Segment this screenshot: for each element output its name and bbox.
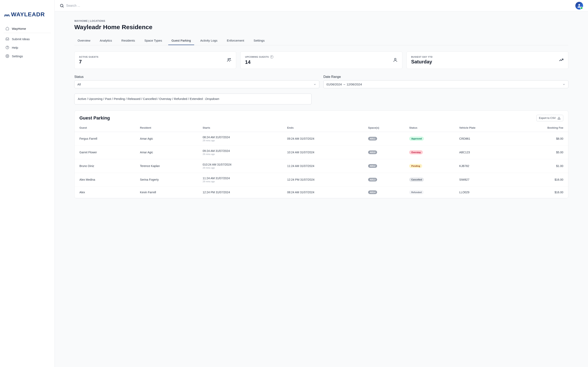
- table-row[interactable]: Alex MedinaSerina Fogerty11:24 AM 31/07/…: [75, 173, 568, 186]
- user-icon: [577, 3, 582, 8]
- svg-point-1: [7, 48, 8, 48]
- cell-status: Overstay: [406, 145, 456, 159]
- cell-ends: 11:24 AM 31/07/2024: [284, 159, 365, 173]
- guest-parking-table: Guest Resident Starts Ends Space(s) Stat…: [75, 124, 568, 198]
- sidebar-item-submit-ideas[interactable]: Submit Ideas: [2, 35, 52, 43]
- sidebar-item-label: Settings: [12, 54, 23, 58]
- cell-plate: LLO029: [456, 186, 510, 198]
- table-row[interactable]: Fergus FarrellAmar Agic08:24 AM 31/07/20…: [75, 132, 568, 145]
- cell-fee: $8.00: [510, 132, 568, 145]
- cell-space: AB12: [365, 159, 406, 173]
- avatar[interactable]: [575, 2, 583, 9]
- svg-point-5: [579, 4, 580, 6]
- cell-guest: Bruno Diniz: [75, 159, 137, 173]
- tab-activity-logs[interactable]: Activity Logs: [197, 36, 221, 45]
- export-csv-button[interactable]: Export to CSV: [536, 115, 563, 121]
- topbar: [55, 0, 588, 11]
- col-spaces: Space(s): [365, 124, 406, 132]
- tab-residents[interactable]: Residents: [118, 36, 138, 45]
- sidebar-item-label: WayHome: [12, 27, 26, 30]
- cell-resident: Amar Agic: [137, 132, 200, 145]
- cell-space: AB10: [365, 145, 406, 159]
- tab-settings[interactable]: Settings: [250, 36, 268, 45]
- stat-label: UPCOMING GUESTS ?: [245, 55, 273, 58]
- cell-starts: 11:24 AM 31/07/202428 mins ago: [200, 173, 285, 186]
- cell-guest: Alex: [75, 186, 137, 198]
- cell-starts: 010:24 AM 31/07/202428 mins ago: [200, 159, 285, 173]
- help-tooltip-icon[interactable]: ?: [270, 55, 273, 58]
- users-icon: [227, 58, 232, 63]
- cell-plate: ABC123: [456, 145, 510, 159]
- tab-enforcement[interactable]: Enforcement: [224, 36, 247, 45]
- cell-space: AB11: [365, 132, 406, 145]
- stat-busiest-day: BUSIEST DAY YTD Saturday: [406, 51, 568, 69]
- cell-starts: 08:24 AM 31/07/202428 mins ago: [200, 132, 285, 145]
- cell-resident: Kevin Farrell: [137, 186, 200, 198]
- cell-space: AB14: [365, 186, 406, 198]
- sidebar-item-label: Help: [12, 46, 18, 49]
- cell-plate: CRD861: [456, 132, 510, 145]
- cell-guest: Garret Flower: [75, 145, 137, 159]
- sidebar: WAYLEADR WayHome Submit Ideas: [0, 0, 55, 367]
- sidebar-item-settings[interactable]: Settings: [2, 52, 52, 60]
- cell-guest: Alex Medina: [75, 173, 137, 186]
- svg-point-6: [228, 58, 229, 60]
- col-plate: Vehicle Plate: [456, 124, 510, 132]
- cell-plate: SIW827: [456, 173, 510, 186]
- cell-plate: KJB782: [456, 159, 510, 173]
- svg-point-3: [61, 4, 63, 7]
- date-range-select[interactable]: 01/06/2024 → 12/06/2024: [323, 80, 568, 88]
- user-icon: [393, 58, 398, 63]
- panel-title: Guest Parking: [79, 115, 110, 121]
- status-filter-select[interactable]: All: [74, 80, 319, 88]
- table-row[interactable]: AlexKevin Farrell12:24 PM 31/07/202408:2…: [75, 186, 568, 198]
- cell-starts: 12:24 PM 31/07/2024: [200, 186, 285, 198]
- sidebar-item-help[interactable]: Help: [2, 43, 52, 52]
- guest-parking-panel: Guest Parking Export to CSV Guest Reside…: [74, 110, 568, 198]
- col-guest: Guest: [75, 124, 137, 132]
- table-row[interactable]: Garret FlowerAmar Agic09:24 AM 31/07/202…: [75, 145, 568, 159]
- col-ends: Ends: [284, 124, 365, 132]
- inbox-icon: [5, 37, 9, 41]
- cell-resident: Amar Agic: [137, 145, 200, 159]
- cell-resident: Terence Kaplan: [137, 159, 200, 173]
- logo-icon: [4, 12, 10, 17]
- download-icon: [557, 117, 561, 120]
- cell-status: Cancelled: [406, 173, 456, 186]
- tabs: Overview Analytics Residents Space Types…: [74, 36, 568, 45]
- breadcrumb: WAYHOME | LOCATIONS: [74, 20, 568, 22]
- brand-text: WAYLEADR: [11, 11, 45, 18]
- col-starts: Starts: [200, 124, 285, 132]
- cell-guest: Fergus Farrell: [75, 132, 137, 145]
- divider: [4, 33, 51, 33]
- status-options-note: Active / Upcoming / Past / Pending / Rel…: [74, 94, 311, 104]
- cell-ends: 09:24 AM 31/07/2024: [284, 132, 365, 145]
- cell-status: Pending: [406, 159, 456, 173]
- stat-value: 14: [245, 59, 273, 65]
- stat-upcoming-guests: UPCOMING GUESTS ? 14: [240, 51, 402, 69]
- status-filter-value: All: [77, 83, 81, 86]
- home-icon: [5, 26, 9, 31]
- trend-icon: [559, 58, 564, 63]
- cell-ends: 12:24 PM 31/07/2024: [284, 173, 365, 186]
- stat-label: ACTIVE GUESTS: [79, 56, 98, 58]
- svg-point-2: [7, 56, 8, 57]
- sidebar-item-wayhome[interactable]: WayHome: [2, 24, 52, 33]
- cell-space: AB13: [365, 173, 406, 186]
- cell-status: Approved: [406, 132, 456, 145]
- tab-guest-parking[interactable]: Guest Parking: [168, 36, 194, 45]
- tab-space-types[interactable]: Space Types: [141, 36, 165, 45]
- cell-fee: $16.00: [510, 173, 568, 186]
- search-input[interactable]: [66, 4, 148, 8]
- search[interactable]: [60, 3, 148, 8]
- tab-analytics[interactable]: Analytics: [96, 36, 115, 45]
- stat-value: 7: [79, 59, 98, 65]
- col-status: Status: [406, 124, 456, 132]
- cell-fee: $1.00: [510, 159, 568, 173]
- gear-icon: [5, 54, 9, 58]
- tab-overview[interactable]: Overview: [74, 36, 94, 45]
- svg-line-4: [63, 7, 63, 7]
- col-fee: Booking Fee: [510, 124, 568, 132]
- table-row[interactable]: Bruno DinizTerence Kaplan010:24 AM 31/07…: [75, 159, 568, 173]
- search-icon: [60, 3, 64, 8]
